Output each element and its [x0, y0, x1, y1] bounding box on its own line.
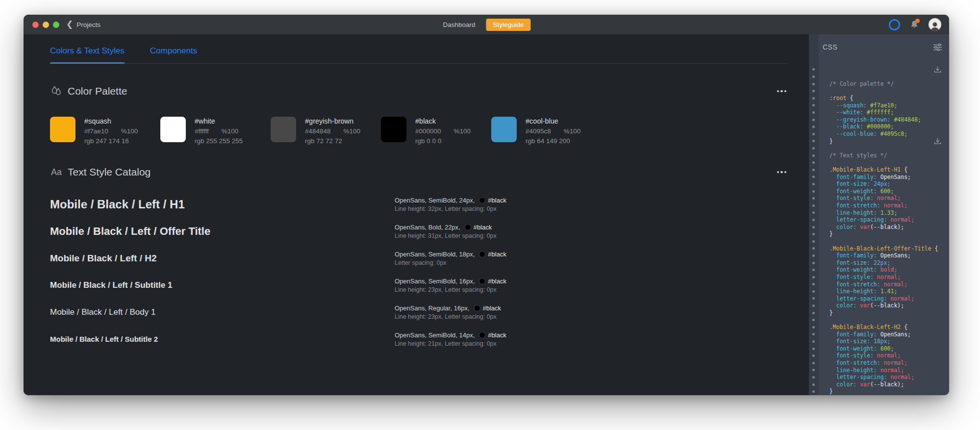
code-line: font-size: 18px; [809, 324, 949, 331]
text-style-row[interactable]: Mobile / Black / Left / Offer Title Open… [50, 218, 787, 245]
titlebar-tab[interactable]: Dashboard [442, 19, 476, 31]
text-color-dot [479, 332, 485, 338]
download-css-button[interactable] [934, 66, 941, 73]
text-style-list: Mobile / Black / Left / H1 OpenSans, Sem… [50, 191, 787, 353]
code-line: --black: #000000; [809, 109, 949, 116]
code-line: font-family: OpenSans; [809, 238, 949, 245]
color-card[interactable]: #black #000000 %100 rgb 0 0 0 [381, 117, 491, 145]
color-name: #cool-blue [526, 117, 580, 125]
color-card[interactable]: #white #ffffff %100 rgb 255 255 255 [160, 117, 271, 145]
color-alpha: %100 [222, 127, 239, 135]
text-style-meta2: Line height: 32px, Letter spacing: 0px [395, 205, 506, 212]
ink-drops-icon [50, 85, 63, 97]
line-dot-icon [812, 376, 815, 379]
text-style-row[interactable]: Mobile / Black / Left / Body 1 OpenSans,… [50, 299, 787, 326]
text-style-name: Mobile / Black / Left / H2 [50, 253, 395, 264]
line-dot-icon [812, 247, 815, 250]
css-panel-header: CSS [809, 34, 949, 60]
text-color-dot [479, 278, 485, 284]
line-dot-icon [812, 290, 815, 293]
code-line: font-stretch: normal; [809, 345, 949, 353]
close-window-button[interactable] [32, 22, 39, 28]
line-dot-icon [812, 226, 815, 228]
color-palette-more-button[interactable] [776, 87, 788, 96]
code-line: letter-spacing: normal; [809, 202, 949, 209]
text-style-icon: Aa [50, 167, 63, 177]
line-dot-icon [812, 147, 815, 150]
color-name: #squash [84, 117, 138, 125]
code-line [809, 130, 949, 138]
code-line: .Mobile-Black-Left-H1 { [809, 152, 949, 159]
text-style-row[interactable]: Mobile / Black / Left / H2 OpenSans, Sem… [50, 245, 787, 272]
text-style-meta: OpenSans, Bold, 22px, [395, 224, 460, 231]
zoom-window-button[interactable] [53, 22, 59, 28]
line-dot-icon [812, 119, 815, 121]
text-style-section-header: Aa Text Style Catalog [50, 166, 787, 178]
code-line: --cool-blue: #4095c8; [809, 116, 949, 124]
css-code[interactable]: /* Color palette */ :root { --squash: #f… [809, 60, 949, 395]
line-dot-icon [812, 362, 815, 364]
code-settings-button[interactable] [933, 43, 942, 52]
text-color-dot [479, 252, 485, 257]
styleguide-tab[interactable]: Colors & Text Styles [50, 46, 125, 63]
line-dot-icon [812, 211, 815, 214]
line-dot-icon [812, 326, 815, 329]
titlebar-tab[interactable]: Styleguide [486, 19, 531, 31]
code-line: font-weight: 600; [809, 331, 949, 338]
code-line: font-style: normal; [809, 259, 949, 267]
text-style-meta: OpenSans, Regular, 16px, [395, 304, 470, 312]
code-line: font-style: normal; [809, 180, 949, 188]
code-line [809, 302, 949, 309]
window-controls [32, 22, 59, 28]
color-rgb: rgb 0 0 0 [415, 137, 471, 145]
text-style-meta: OpenSans, SemiBold, 16px, [395, 278, 475, 285]
color-name: #white [195, 117, 243, 125]
text-style-more-button[interactable] [776, 168, 788, 177]
code-line: font-size: 24px; [809, 166, 949, 174]
styleguide-tabs: Colors & Text StylesComponents [50, 46, 787, 64]
code-line [809, 381, 949, 388]
color-name: #greyish-brown [305, 117, 360, 125]
text-style-name: Mobile / Black / Left / Body 1 [50, 307, 395, 317]
text-style-row[interactable]: Mobile / Black / Left / Subtitle 1 OpenS… [50, 272, 787, 299]
notifications-button[interactable] [909, 20, 919, 29]
line-dot-icon [812, 390, 815, 393]
text-style-row[interactable]: Mobile / Black / Left / Subtitle 2 OpenS… [50, 326, 787, 353]
color-hex: #ffffff [195, 127, 209, 135]
code-line: letter-spacing: normal; [809, 281, 949, 288]
color-card[interactable]: #greyish-brown #484848 %100 rgb 72 72 72 [271, 117, 381, 145]
color-name: #black [415, 117, 471, 125]
code-line: .Mobile-Black-Left-H2 { [809, 309, 949, 317]
text-style-row[interactable]: Mobile / Black / Left / H1 OpenSans, Sem… [50, 191, 787, 218]
code-line: /* Text styles */ [809, 138, 949, 145]
color-card[interactable]: #squash #f7ae10 %100 rgb 247 174 16 [50, 117, 160, 145]
line-dot-icon [812, 254, 815, 257]
line-dot-icon [812, 97, 815, 100]
color-rgb: rgb 255 255 255 [195, 137, 243, 145]
avatar[interactable] [929, 18, 941, 31]
status-ring-icon[interactable] [889, 19, 900, 30]
styleguide-tab[interactable]: Components [150, 46, 197, 63]
text-style-meta: OpenSans, SemiBold, 14px, [395, 331, 475, 339]
code-line: } [809, 123, 949, 130]
text-color-label: #black [483, 304, 502, 312]
app-window: ❮ Projects DashboardStyleguide [24, 15, 949, 395]
line-dot-icon [812, 348, 815, 350]
color-card[interactable]: #cool-blue #4095c8 %100 rgb 64 149 200 [491, 117, 602, 145]
text-style-name: Mobile / Black / Left / H1 [50, 198, 395, 211]
back-label: Projects [76, 21, 101, 28]
line-dot-icon [812, 233, 815, 235]
download-css-button[interactable] [934, 137, 941, 145]
text-color-dot [479, 198, 485, 203]
line-dot-icon [812, 204, 815, 207]
color-hex: #4095c8 [526, 127, 551, 135]
text-color-label: #black [488, 251, 506, 258]
line-dot-icon [812, 104, 815, 106]
line-dot-icon [812, 90, 815, 92]
color-rgb: rgb 72 72 72 [305, 137, 360, 145]
code-line: color: var(--black); [809, 209, 949, 217]
minimize-window-button[interactable] [43, 22, 49, 28]
color-swatch [271, 117, 296, 142]
text-style-meta: OpenSans, SemiBold, 24px, [395, 197, 475, 204]
back-to-projects[interactable]: ❮ Projects [66, 21, 101, 29]
